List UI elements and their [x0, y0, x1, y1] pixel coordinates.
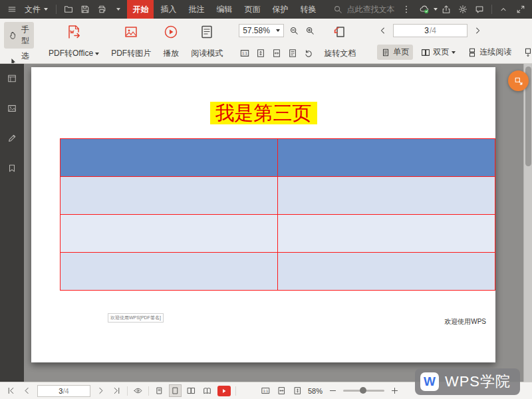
actual-size-icon[interactable]: 1:1 — [260, 385, 271, 396]
top-menubar: 文件 开始 插入 批注 编辑 页面 保护 转换 点此查找文本 — [0, 0, 532, 19]
main-area: 我是第三页 欢迎使用WPS[PDF签名] — [0, 64, 532, 382]
first-page-icon[interactable] — [5, 385, 17, 396]
pdf-to-office-label: PDF转Office — [49, 48, 93, 59]
play-button[interactable]: 播放 — [158, 21, 184, 62]
share-icon[interactable] — [439, 0, 454, 19]
tab-annotate[interactable]: 批注 — [183, 0, 209, 19]
zoom-in-icon[interactable] — [304, 25, 316, 37]
annotation-panel-icon[interactable] — [5, 132, 19, 145]
actual-size-icon[interactable]: 1:1 — [239, 47, 251, 59]
divider — [56, 5, 57, 14]
print-icon[interactable] — [94, 0, 109, 19]
bookmark-panel-icon[interactable] — [5, 162, 19, 175]
select-tool-label: 选择 — [21, 51, 29, 64]
zoom-slider[interactable] — [343, 390, 384, 392]
hand-tool-button[interactable]: 手型 — [4, 22, 34, 49]
pdf-to-image-label: PDF转图片 — [111, 48, 151, 59]
save-icon[interactable] — [77, 0, 92, 19]
zoom-percent: 58% — [308, 387, 323, 395]
rotate-left-icon[interactable] — [303, 47, 315, 59]
prev-page-icon[interactable] — [377, 25, 389, 37]
cursor-icon — [9, 57, 18, 64]
collapse-ribbon-icon[interactable] — [496, 0, 511, 19]
tab-insert[interactable]: 插入 — [155, 0, 182, 19]
zoom-out-icon[interactable] — [288, 25, 300, 37]
floating-tool-badge[interactable] — [508, 70, 529, 91]
wps-academy-logo: W — [420, 372, 439, 391]
wps-academy-watermark[interactable]: W WPS学院 — [415, 368, 520, 395]
fit-visible-icon[interactable] — [287, 47, 299, 59]
single-page-button[interactable]: 单页 — [377, 45, 413, 60]
status-page-input[interactable]: 3 /4 — [37, 385, 90, 397]
status-total-pages: /4 — [63, 387, 68, 395]
table-row — [61, 253, 495, 291]
quickbar-options-icon[interactable] — [110, 0, 126, 19]
tab-home[interactable]: 开始 — [127, 0, 154, 19]
last-page-icon[interactable] — [111, 385, 122, 396]
table-header-row — [61, 139, 495, 177]
page-number-input[interactable]: 3 /4 — [393, 24, 467, 37]
divider — [235, 386, 236, 396]
tab-convert[interactable]: 转换 — [295, 0, 321, 19]
pdf-to-image-icon — [123, 24, 139, 40]
search-box[interactable]: 点此查找文本 — [331, 4, 397, 15]
file-menu-label: 文件 — [25, 4, 41, 15]
video-tutorial-button[interactable] — [217, 386, 231, 396]
pdf-to-office-button[interactable]: PDF转Office — [43, 21, 104, 62]
tab-page[interactable]: 页面 — [239, 0, 265, 19]
zoom-group: 57.58% 1:1 — [237, 21, 317, 62]
zoom-combobox[interactable]: 57.58% — [239, 24, 284, 37]
image-panel-icon[interactable] — [5, 102, 19, 115]
fit-page-icon[interactable] — [255, 47, 267, 59]
fit-width-icon[interactable] — [271, 47, 283, 59]
feedback-icon[interactable] — [472, 0, 487, 19]
preview-eye-icon[interactable] — [132, 385, 144, 396]
auto-scroll-icon — [523, 48, 532, 57]
play-icon — [163, 24, 179, 40]
play-label: 播放 — [163, 48, 179, 59]
more-dots-icon[interactable] — [398, 0, 414, 19]
book-view-icon[interactable] — [201, 385, 213, 396]
double-page-label: 双页 — [433, 47, 449, 58]
next-page-icon[interactable] — [471, 25, 483, 37]
prev-page-icon[interactable] — [21, 385, 33, 396]
svg-text:1:1: 1:1 — [242, 51, 247, 55]
document-table — [60, 138, 495, 291]
tab-edit[interactable]: 编辑 — [211, 0, 237, 19]
zoom-slider-thumb[interactable] — [360, 387, 366, 394]
zoom-value: 57.58% — [243, 26, 270, 35]
cloud-sync-icon[interactable] — [417, 0, 432, 19]
zoom-out-button[interactable] — [327, 385, 338, 396]
select-tool-button[interactable]: 选择 — [4, 49, 34, 64]
zoom-in-button[interactable] — [389, 385, 400, 396]
settings-gear-icon[interactable] — [456, 0, 471, 19]
chevron-down-icon — [95, 53, 99, 55]
search-placeholder: 点此查找文本 — [346, 4, 394, 15]
fit-page-view-icon[interactable] — [170, 385, 181, 396]
chevron-down-icon — [44, 8, 48, 11]
table-row — [61, 177, 495, 215]
next-page-icon[interactable] — [95, 385, 106, 396]
auto-scroll-button[interactable]: 自动滚 — [519, 45, 532, 60]
fit-page-icon[interactable] — [292, 385, 303, 396]
vertical-scrollbar[interactable] — [523, 64, 532, 382]
read-mode-button[interactable]: 阅读模式 — [186, 21, 228, 62]
single-page-view-icon[interactable] — [154, 385, 165, 396]
file-menu[interactable]: 文件 — [21, 0, 52, 19]
chevron-down-icon[interactable] — [434, 8, 438, 11]
fit-width-icon[interactable] — [276, 385, 287, 396]
hand-tool-label: 手型 — [21, 24, 29, 47]
double-page-view-icon[interactable] — [186, 385, 197, 396]
rotate-document-button[interactable]: 旋转文档 — [319, 21, 361, 62]
thumbnail-panel-icon[interactable] — [5, 72, 19, 85]
double-page-button[interactable]: 双页 — [417, 45, 460, 60]
tab-protect[interactable]: 保护 — [267, 0, 293, 19]
drag-page-icon — [514, 76, 523, 86]
main-menu-icon[interactable] — [4, 0, 19, 19]
divider — [491, 5, 492, 14]
open-file-icon[interactable] — [61, 0, 76, 19]
continuous-read-button[interactable]: 连续阅读 — [464, 45, 515, 60]
single-page-label: 单页 — [393, 47, 409, 58]
pdf-to-image-button[interactable]: PDF转图片 — [106, 21, 156, 62]
fullscreen-icon[interactable] — [513, 0, 528, 19]
